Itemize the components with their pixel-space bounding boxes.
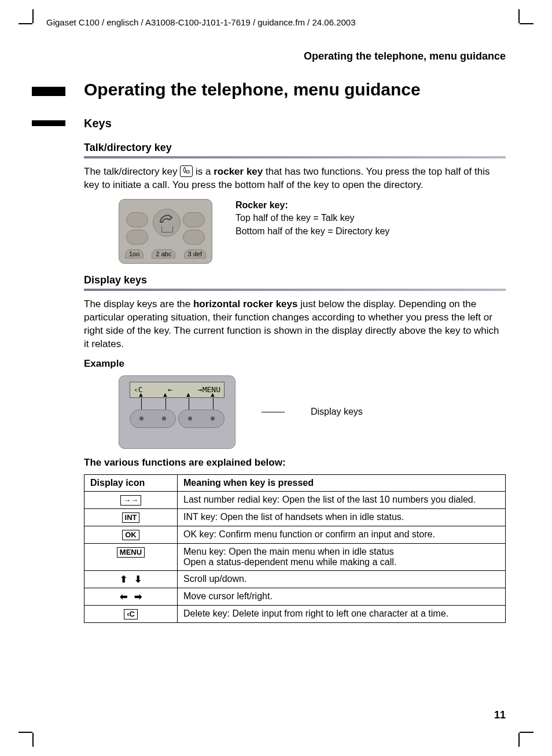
icon-box: OK bbox=[122, 530, 139, 540]
icon-cell: →→ bbox=[84, 491, 178, 508]
title-rule bbox=[32, 87, 65, 96]
mail-key-icon bbox=[126, 230, 148, 245]
phone-illustration-2: ‹C ← →MENU bbox=[119, 375, 235, 449]
meaning-cell: Delete key: Delete input from right to l… bbox=[178, 605, 506, 622]
talk-key-icon bbox=[180, 165, 193, 177]
phone-illustration-1: 1oo2 abc3 def bbox=[119, 199, 212, 264]
icon-cell: ⬆ ⬇ bbox=[84, 570, 178, 588]
crop-mark bbox=[32, 733, 34, 747]
arrow-down-icon: ⬇ bbox=[134, 574, 142, 585]
section-rule bbox=[32, 120, 65, 126]
table-row: MENUMenu key: Open the main menu when in… bbox=[84, 543, 506, 570]
icon-box: ‹C bbox=[124, 609, 138, 619]
crop-mark bbox=[518, 9, 520, 23]
talk-directory-key-icon bbox=[153, 209, 181, 237]
crop-mark bbox=[19, 23, 32, 24]
arrow-left-icon: ⬅ bbox=[120, 591, 127, 602]
display-key-right bbox=[178, 410, 225, 428]
table-row: ‹CDelete key: Delete input from right to… bbox=[84, 605, 506, 622]
table-row: ⬆ ⬇Scroll up/down. bbox=[84, 570, 506, 588]
icon-box: INT bbox=[122, 512, 140, 523]
talk-paragraph: The talk/directory key is a rocker key t… bbox=[84, 165, 506, 192]
meaning-cell: Scroll up/down. bbox=[178, 570, 506, 588]
crop-mark bbox=[32, 9, 34, 23]
table-row: INTINT key: Open the list of handsets wh… bbox=[84, 508, 506, 526]
icon-cell: ‹C bbox=[84, 605, 178, 622]
meaning-cell: INT key: Open the list of handsets when … bbox=[178, 508, 506, 526]
icon-box: MENU bbox=[117, 547, 145, 558]
running-header: Operating the telephone, menu guidance bbox=[46, 50, 506, 62]
page-title: Operating the telephone, menu guidance bbox=[46, 80, 506, 99]
meaning-cell: OK key: Confirm menu function or confirm… bbox=[178, 526, 506, 543]
display-key-left bbox=[130, 410, 176, 428]
arrow-right-icon: ➡ bbox=[134, 591, 142, 602]
meaning-cell: Last number redial key: Open the list of… bbox=[178, 491, 506, 508]
icon-cell: OK bbox=[84, 526, 178, 543]
display-keys-paragraph: The display keys are the horizontal rock… bbox=[84, 298, 506, 351]
functions-intro: The various functions are explained belo… bbox=[84, 457, 506, 469]
speaker-key-icon bbox=[126, 212, 148, 227]
figure-rocker-key: 1oo2 abc3 def Rocker key: Top half of th… bbox=[119, 199, 506, 264]
example-label: Example bbox=[84, 358, 506, 370]
screen-left-arrow: ← bbox=[168, 385, 172, 394]
doc-path-line: Gigaset C100 / englisch / A31008-C100-J1… bbox=[46, 17, 506, 27]
figure-1-labels: Rocker key: Top half of the key = Talk k… bbox=[235, 199, 389, 238]
redial-key-icon bbox=[183, 230, 205, 245]
subhead-talk: Talk/directory key bbox=[84, 142, 506, 154]
table-row: ⬅ ➡Move cursor left/right. bbox=[84, 588, 506, 605]
th-meaning: Meaning when key is pressed bbox=[178, 474, 506, 491]
page-number: 11 bbox=[494, 709, 506, 721]
subhead-display-keys: Display keys bbox=[84, 274, 506, 286]
leader-line bbox=[262, 412, 285, 412]
icon-cell: ⬅ ➡ bbox=[84, 588, 178, 605]
svg-rect-0 bbox=[186, 171, 189, 173]
crop-mark bbox=[19, 732, 32, 733]
arrow-up-icon: ⬆ bbox=[120, 574, 127, 585]
figure-display-keys: ‹C ← →MENU Display keys bbox=[119, 375, 506, 449]
table-row: →→Last number redial key: Open the list … bbox=[84, 491, 506, 508]
icon-cell: MENU bbox=[84, 543, 178, 570]
icon-box: →→ bbox=[120, 495, 141, 506]
th-icon: Display icon bbox=[84, 474, 178, 491]
subhead-rule bbox=[84, 289, 506, 291]
display-icon-table: Display icon Meaning when key is pressed… bbox=[84, 474, 506, 623]
end-key-icon bbox=[183, 212, 205, 227]
meaning-cell: Menu key: Open the main menu when in idl… bbox=[178, 543, 506, 570]
crop-mark bbox=[518, 733, 520, 747]
subhead-rule bbox=[84, 156, 506, 158]
meaning-cell: Move cursor left/right. bbox=[178, 588, 506, 605]
icon-cell: INT bbox=[84, 508, 178, 526]
crop-mark bbox=[520, 732, 533, 733]
section-keys: Keys bbox=[84, 117, 506, 130]
table-row: OKOK key: Confirm menu function or confi… bbox=[84, 526, 506, 543]
crop-mark bbox=[520, 23, 533, 24]
figure-2-label: Display keys bbox=[311, 407, 363, 417]
